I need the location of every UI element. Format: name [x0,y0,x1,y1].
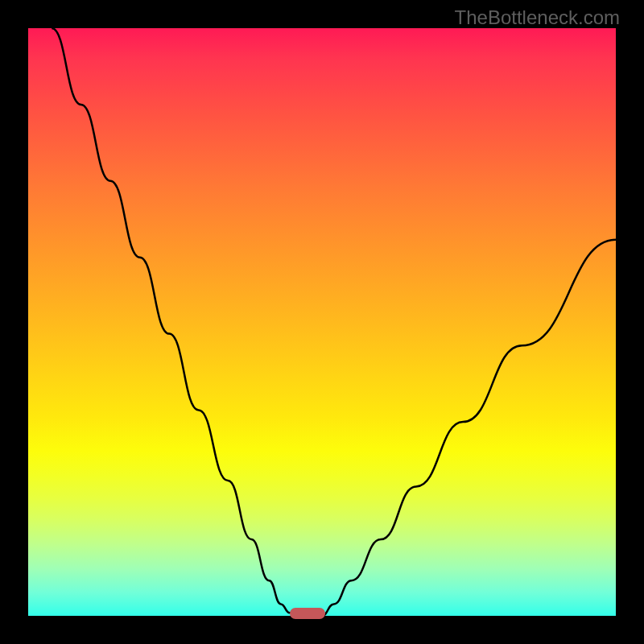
watermark-text: TheBottleneck.com [455,6,620,29]
bottleneck-marker [290,608,325,619]
left-curve [52,28,295,616]
right-curve [322,240,616,616]
curves-svg [28,28,616,616]
chart-plot-area [28,28,616,616]
